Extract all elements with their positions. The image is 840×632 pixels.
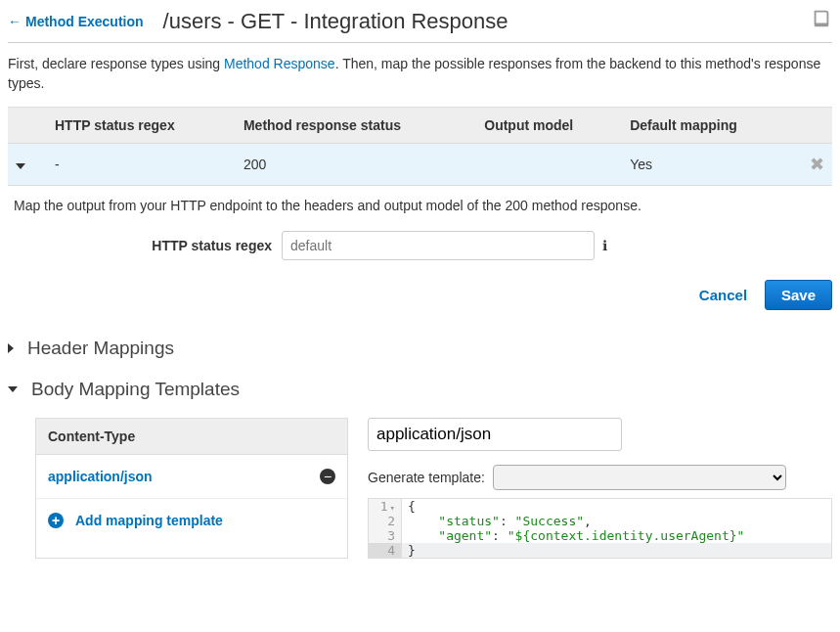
- back-method-execution-link[interactable]: ← Method Execution: [8, 14, 144, 29]
- delete-row-icon[interactable]: ✖: [810, 155, 824, 174]
- header-mappings-toggle[interactable]: Header Mappings: [8, 338, 832, 359]
- body-mapping-toggle[interactable]: Body Mapping Templates: [8, 379, 832, 400]
- col-default-mapping: Default mapping: [622, 108, 793, 144]
- caret-right-icon: [8, 343, 14, 353]
- remove-content-type-icon[interactable]: −: [320, 469, 335, 484]
- content-type-panel: Content-Type application/json − + Add ma…: [35, 418, 348, 559]
- response-row[interactable]: - 200 Yes ✖: [8, 144, 832, 186]
- cell-default: Yes: [622, 144, 793, 186]
- response-table: HTTP status regex Method response status…: [8, 107, 832, 186]
- body-mapping-title: Body Mapping Templates: [31, 379, 240, 400]
- template-content-type-input[interactable]: [368, 418, 622, 451]
- save-button[interactable]: Save: [765, 280, 832, 310]
- header-mappings-title: Header Mappings: [27, 338, 174, 359]
- page-title: /users - GET - Integration Response: [163, 9, 508, 34]
- http-status-regex-input[interactable]: [282, 231, 595, 260]
- content-type-row: application/json −: [36, 455, 347, 499]
- cancel-button[interactable]: Cancel: [699, 287, 747, 303]
- documentation-icon[interactable]: [811, 8, 832, 34]
- col-http-status-regex: HTTP status regex: [47, 108, 236, 144]
- mapping-description: Map the output from your HTTP endpoint t…: [8, 186, 832, 225]
- caret-down-icon: [8, 386, 18, 392]
- generate-template-select[interactable]: [493, 465, 786, 490]
- cell-status: 200: [236, 144, 476, 186]
- add-mapping-template-button[interactable]: + Add mapping template: [36, 499, 347, 542]
- method-response-link[interactable]: Method Response: [224, 56, 335, 71]
- generate-template-label: Generate template:: [368, 470, 485, 485]
- content-type-header: Content-Type: [36, 419, 347, 455]
- content-type-link[interactable]: application/json: [48, 469, 153, 484]
- template-code-editor[interactable]: 1▾{ 2 "status": "Success", 3 "agent": "$…: [368, 498, 832, 559]
- page-description: First, declare response types using Meth…: [8, 55, 832, 93]
- cell-regex: -: [47, 144, 236, 186]
- info-icon[interactable]: ℹ: [602, 238, 607, 253]
- add-mapping-template-label: Add mapping template: [75, 513, 223, 528]
- http-status-regex-label: HTTP status regex: [8, 238, 282, 253]
- plus-icon: +: [48, 513, 64, 528]
- expand-row-icon[interactable]: [16, 163, 25, 169]
- cell-model: [476, 144, 622, 186]
- arrow-left-icon: ←: [8, 14, 22, 29]
- col-output-model: Output model: [476, 108, 622, 144]
- back-label: Method Execution: [25, 14, 144, 29]
- col-method-response-status: Method response status: [236, 108, 476, 144]
